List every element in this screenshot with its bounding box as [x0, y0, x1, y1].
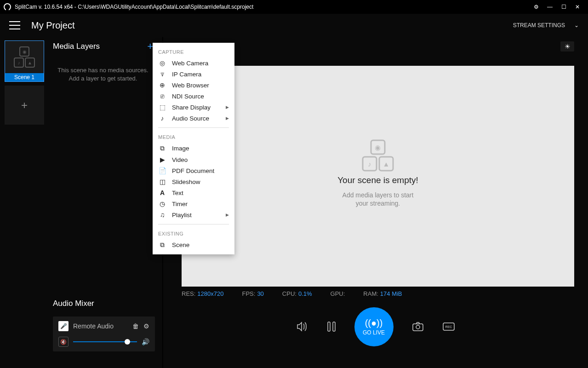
gpu-label: GPU:: [331, 290, 345, 297]
slideshow-icon: ◫: [158, 178, 166, 185]
controls-bar: ((●)) GO LIVE REC: [163, 299, 588, 368]
fps-label: FPS:: [242, 290, 255, 297]
submenu-arrow-icon: ▶: [226, 116, 229, 121]
layers-empty-message: This scene has no media sources. Add a l…: [53, 52, 162, 83]
scene-preview: ◉ ♪▲: [5, 41, 44, 73]
volume-slider[interactable]: [73, 341, 137, 342]
video-icon: ▶: [158, 156, 166, 163]
stream-settings-button[interactable]: STREAM SETTINGS ⌄: [513, 22, 579, 29]
close-button[interactable]: ✕: [571, 0, 584, 14]
titlebar: SplitCam v. 10.6.54 x64 - C:\Users\WDAGU…: [0, 0, 588, 14]
audio-settings-button[interactable]: ⚙: [143, 322, 149, 330]
menu-slideshow[interactable]: ◫Slideshow: [153, 176, 234, 187]
menu-button[interactable]: [9, 21, 20, 29]
res-value: 1280x720: [197, 290, 223, 297]
svg-rect-1: [333, 322, 335, 331]
stream-settings-label: STREAM SETTINGS: [513, 22, 565, 29]
canvas-empty-title: Your scene is empty!: [337, 175, 418, 185]
menu-playlist[interactable]: ♫Playlist▶: [153, 209, 234, 220]
ram-value: 174 MiB: [380, 290, 402, 297]
svg-rect-0: [328, 322, 330, 331]
add-layer-dropdown: CAPTURE ◎Web Camera ⍒IP Camera ⊕Web Brow…: [153, 43, 234, 254]
menu-text[interactable]: AText: [153, 187, 234, 198]
playlist-icon: ♫: [158, 211, 166, 218]
record-button[interactable]: REC: [442, 322, 455, 331]
layers-title: Media Layers: [53, 42, 100, 51]
display-icon: ⬚: [158, 104, 166, 111]
ram-label: RAM:: [363, 290, 378, 297]
camera-icon: ◎: [158, 59, 166, 67]
mute-left-button[interactable]: 🔇: [58, 337, 69, 347]
menu-web-camera[interactable]: ◎Web Camera: [153, 58, 234, 69]
mic-icon: 🎤: [58, 321, 69, 331]
menu-audio-source[interactable]: ♪Audio Source▶: [153, 113, 234, 124]
header: My Project STREAM SETTINGS ⌄: [0, 14, 588, 37]
ndi-icon: ⎚: [158, 92, 166, 100]
app-logo-icon: [4, 3, 11, 11]
audio-name: Remote Audio: [73, 322, 128, 330]
globe-icon: ⊕: [158, 81, 166, 89]
canvas-empty-subtitle: Add media layers to start your streaming…: [343, 191, 414, 207]
menu-image[interactable]: ⧉Image: [153, 143, 234, 154]
cpu-label: CPU:: [282, 290, 297, 297]
menu-share-display[interactable]: ⬚Share Display▶: [153, 102, 234, 113]
scene-thumbnail[interactable]: ◉ ♪▲ Scene 1: [5, 40, 44, 82]
separator: [158, 127, 229, 128]
dropdown-section-existing: EXISTING: [153, 228, 234, 239]
minimize-button[interactable]: —: [543, 0, 557, 14]
res-label: RES:: [182, 290, 195, 297]
dropdown-section-capture: CAPTURE: [153, 46, 234, 58]
cpu-value: 0.1%: [298, 290, 312, 297]
menu-web-browser[interactable]: ⊕Web Browser: [153, 80, 234, 91]
text-icon: A: [158, 189, 166, 196]
svg-text:REC: REC: [445, 325, 452, 328]
empty-scene-icon: ◉ ♪▲: [367, 145, 388, 166]
delete-audio-button[interactable]: 🗑: [132, 322, 139, 330]
menu-pdf[interactable]: 📄PDF Document: [153, 165, 234, 176]
menu-timer[interactable]: ◷Timer: [153, 198, 234, 209]
menu-ip-camera[interactable]: ⍒IP Camera: [153, 69, 234, 80]
audio-output-button[interactable]: [297, 322, 308, 332]
submenu-arrow-icon: ▶: [226, 105, 229, 109]
project-title: My Project: [31, 20, 513, 31]
audio-item: 🎤 Remote Audio 🗑 ⚙ 🔇 🔊: [53, 316, 155, 351]
audio-icon: ♪: [158, 115, 166, 122]
menu-scene[interactable]: ⧉Scene: [153, 239, 234, 251]
screenshot-button[interactable]: [412, 322, 424, 332]
scene-label: Scene 1: [5, 73, 44, 81]
go-live-button[interactable]: ((●)) GO LIVE: [354, 307, 394, 346]
maximize-button[interactable]: ☐: [557, 0, 571, 14]
submenu-arrow-icon: ▶: [226, 213, 229, 217]
dropdown-section-media: MEDIA: [153, 132, 234, 143]
scene-icon: ⧉: [158, 241, 166, 249]
audio-mixer-title: Audio Mixer: [53, 299, 155, 308]
pause-button[interactable]: [327, 321, 336, 332]
settings-window-button[interactable]: ⚙: [529, 0, 543, 14]
add-scene-button[interactable]: +: [5, 86, 44, 125]
ip-camera-icon: ⍒: [158, 70, 166, 78]
brightness-button[interactable]: ☀: [560, 41, 574, 52]
speaker-icon[interactable]: 🔊: [142, 338, 149, 345]
menu-video[interactable]: ▶Video: [153, 154, 234, 165]
audio-mixer-panel: Audio Mixer 🎤 Remote Audio 🗑 ⚙ 🔇 🔊: [0, 299, 163, 368]
timer-icon: ◷: [158, 200, 166, 207]
separator: [158, 224, 229, 224]
broadcast-icon: ((●)): [365, 318, 383, 328]
svg-point-3: [416, 325, 420, 329]
window-title: SplitCam v. 10.6.54 x64 - C:\Users\WDAGU…: [15, 4, 529, 10]
go-live-label: GO LIVE: [363, 329, 385, 336]
image-icon: ⧉: [158, 144, 166, 152]
chevron-down-icon: ⌄: [574, 22, 579, 29]
preview-canvas: ◉ ♪▲ Your scene is empty! Add media laye…: [182, 66, 574, 287]
fps-value: 30: [257, 290, 263, 297]
menu-ndi-source[interactable]: ⎚NDI Source: [153, 91, 234, 102]
pdf-icon: 📄: [158, 167, 166, 174]
